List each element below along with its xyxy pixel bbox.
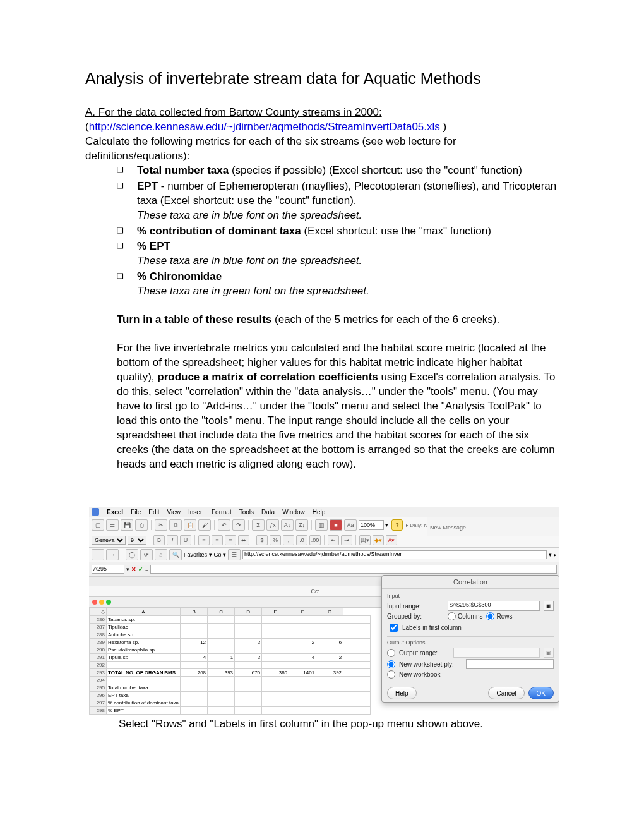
menu-edit[interactable]: Edit	[148, 509, 159, 516]
sort-asc-icon[interactable]: A↓	[281, 519, 294, 531]
chart-icon[interactable]: ▥	[315, 519, 328, 531]
show-address-icon[interactable]: ☰	[228, 549, 241, 560]
cut-icon[interactable]: ✂	[155, 519, 167, 531]
menu-help[interactable]: Help	[313, 509, 326, 516]
open-icon[interactable]: ☰	[106, 519, 119, 531]
menu-tools[interactable]: Tools	[239, 509, 254, 516]
percent-icon[interactable]: %	[270, 535, 281, 545]
metric-ept: EPT - number of Ephemeropteran (mayflies…	[117, 179, 562, 223]
address-dropdown-icon[interactable]: ▾	[549, 552, 552, 558]
menu-view[interactable]: View	[167, 509, 181, 516]
favorites-button[interactable]: Favorites ▾	[184, 552, 212, 558]
fontsize-select[interactable]: 9	[128, 536, 146, 545]
align-center-icon[interactable]: ≡	[212, 535, 223, 545]
data-link[interactable]: http://science.kennesaw.edu/~jdirnber/aq…	[89, 121, 440, 133]
help-icon[interactable]: ?	[391, 519, 403, 531]
cancel-button[interactable]: Cancel	[488, 687, 524, 699]
excel-screenshot: Excel File Edit View Insert Format Tools…	[89, 507, 559, 715]
new-worksheet-radio[interactable]	[387, 660, 395, 668]
minimize-window-icon[interactable]	[99, 600, 104, 605]
input-range-field[interactable]: $A$295:$G$300	[448, 601, 540, 611]
apple-icon[interactable]	[92, 508, 99, 516]
menu-file[interactable]: File	[131, 509, 141, 516]
font-color-icon[interactable]: A▾	[386, 535, 397, 545]
menu-window[interactable]: Window	[282, 509, 305, 516]
redo-icon[interactable]: ↷	[232, 519, 245, 531]
dec-decimal-icon[interactable]: .00	[309, 535, 321, 545]
new-worksheet-field[interactable]	[466, 659, 554, 669]
zoom-control[interactable]: ▾	[359, 520, 388, 530]
function-icon[interactable]: ƒx	[266, 519, 279, 531]
menu-excel[interactable]: Excel	[107, 509, 123, 516]
zoom-window-icon[interactable]	[106, 600, 111, 605]
font-select[interactable]: Geneva	[92, 536, 126, 545]
toolbox-icon[interactable]: ■	[330, 519, 342, 531]
merge-icon[interactable]: ⬌	[238, 535, 249, 545]
home-icon[interactable]: ⌂	[155, 549, 167, 560]
new-icon[interactable]: ▢	[92, 519, 104, 531]
underline-button[interactable]: U	[180, 535, 191, 545]
output-range-label: Output range:	[399, 650, 450, 656]
spreadsheet-grid[interactable]: ◇ABCDEFG286Tabanus sp.287Tipulidae288Ant…	[89, 608, 371, 715]
search-web-icon[interactable]: 🔍	[169, 549, 182, 560]
help-button[interactable]: Help	[387, 687, 417, 699]
menu-insert[interactable]: Insert	[188, 509, 204, 516]
back-icon[interactable]: ←	[92, 549, 104, 560]
inc-decimal-icon[interactable]: .0	[296, 535, 307, 545]
dialog-title: Correlation	[382, 576, 559, 589]
metric-total-taxa: Total number taxa (species if possible) …	[117, 164, 562, 178]
metric-tail: (species if possible) (Excel shortcut: u…	[229, 164, 522, 176]
go-arrow-icon[interactable]: ▸	[554, 552, 557, 558]
output-range-field[interactable]	[453, 648, 540, 658]
turnin-bold: Turn in a table of these results	[117, 313, 271, 325]
zoom-input[interactable]	[359, 520, 384, 530]
stop-icon[interactable]: ◯	[126, 549, 138, 560]
dec-indent-icon[interactable]: ⇤	[328, 535, 339, 545]
confirm-edit-icon[interactable]: ✓	[138, 566, 143, 572]
address-bar[interactable]: http://science.kennesaw.edu/~jdirnber/aq…	[242, 550, 547, 559]
comma-icon[interactable]: ,	[283, 535, 294, 545]
fx-icon[interactable]: =	[145, 566, 148, 572]
section-a-header: A. For the data collected from Bartow Co…	[85, 106, 562, 120]
save-icon[interactable]: 💾	[121, 519, 133, 531]
formula-input[interactable]	[150, 565, 557, 574]
borders-icon[interactable]: 田▾	[359, 535, 371, 545]
paste-icon[interactable]: 📋	[184, 519, 196, 531]
new-workbook-radio[interactable]	[387, 670, 395, 679]
bold-button[interactable]: B	[153, 535, 165, 545]
metric-pct-ept: % EPT These taxa are in blue font on the…	[117, 239, 562, 269]
output-range-picker-icon[interactable]: ▣	[544, 648, 554, 658]
italic-button[interactable]: I	[167, 535, 178, 545]
currency-icon[interactable]: $	[256, 535, 268, 545]
range-picker-icon[interactable]: ▣	[544, 601, 554, 611]
menu-format[interactable]: Format	[212, 509, 232, 516]
output-range-radio[interactable]	[387, 649, 395, 657]
ok-button[interactable]: OK	[528, 687, 554, 699]
show-formatting-icon[interactable]: Aa	[344, 519, 357, 531]
copy-icon[interactable]: ⧉	[169, 519, 182, 531]
print-icon[interactable]: ⎙	[135, 519, 148, 531]
mac-menubar[interactable]: Excel File Edit View Insert Format Tools…	[89, 507, 559, 517]
inc-indent-icon[interactable]: ⇥	[341, 535, 352, 545]
format-painter-icon[interactable]: 🖌	[198, 519, 211, 531]
namebox-dropdown-icon[interactable]: ▾	[126, 566, 129, 572]
refresh-icon[interactable]: ⟳	[140, 549, 153, 560]
para2b: using Excel's correlation analysis. To d…	[117, 371, 556, 470]
align-left-icon[interactable]: ≡	[198, 535, 210, 545]
autosum-icon[interactable]: Σ	[252, 519, 265, 531]
fill-color-icon[interactable]: ◆▾	[373, 535, 384, 545]
menu-data[interactable]: Data	[261, 509, 275, 516]
align-right-icon[interactable]: ≡	[225, 535, 236, 545]
correlation-dialog: Correlation Input Input range: $A$295:$G…	[381, 575, 559, 703]
labels-first-col-checkbox[interactable]: Labels in first column	[387, 622, 462, 634]
cancel-edit-icon[interactable]: ✕	[131, 566, 136, 572]
forward-icon[interactable]: →	[106, 549, 119, 560]
rows-radio[interactable]: Rows	[486, 612, 512, 620]
close-window-icon[interactable]	[92, 600, 97, 605]
columns-radio[interactable]: Columns	[448, 612, 482, 620]
undo-icon[interactable]: ↶	[218, 519, 230, 531]
name-box[interactable]: A295	[92, 565, 124, 574]
sort-desc-icon[interactable]: Z↓	[295, 519, 308, 531]
metric-bold: EPT	[137, 180, 158, 192]
go-button[interactable]: Go ▾	[214, 552, 227, 558]
